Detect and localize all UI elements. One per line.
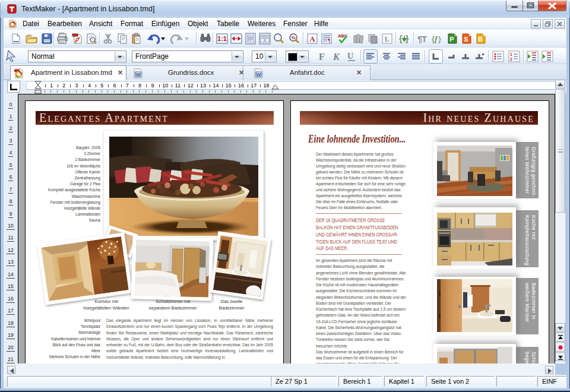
svg-text:1:1: 1:1 [217, 35, 227, 42]
svg-text:F: F [319, 52, 325, 62]
svg-text:K: K [332, 52, 340, 62]
svg-text:2: 2 [510, 57, 512, 61]
svg-text:U: U [347, 52, 353, 61]
svg-text:L: L [385, 35, 390, 43]
svg-text:W: W [256, 72, 261, 77]
svg-text:1: 1 [510, 52, 512, 56]
svg-text:T: T [422, 34, 427, 44]
svg-text:B: B [478, 36, 483, 43]
svg-text:S: S [464, 36, 468, 43]
svg-text:W: W [136, 72, 141, 77]
svg-text:%: % [291, 35, 295, 40]
svg-text:A: A [309, 34, 315, 43]
svg-text:P: P [449, 36, 454, 43]
svg-text:}: } [438, 34, 441, 43]
svg-text:¶: ¶ [328, 37, 331, 43]
